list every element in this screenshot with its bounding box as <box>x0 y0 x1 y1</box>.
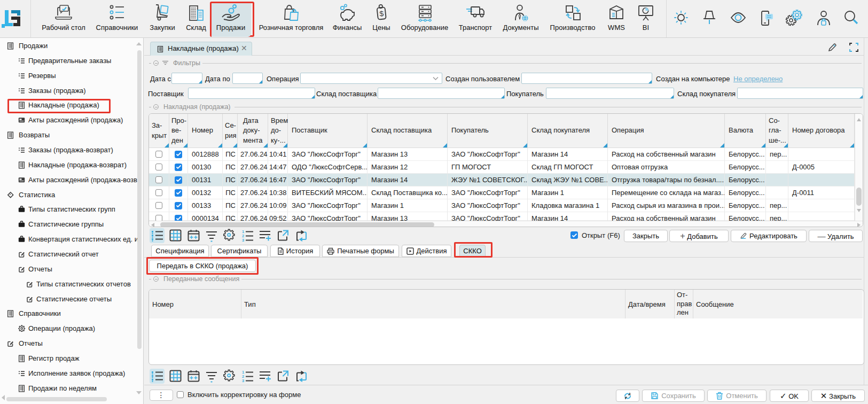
svg-text:$: $ <box>379 9 385 18</box>
